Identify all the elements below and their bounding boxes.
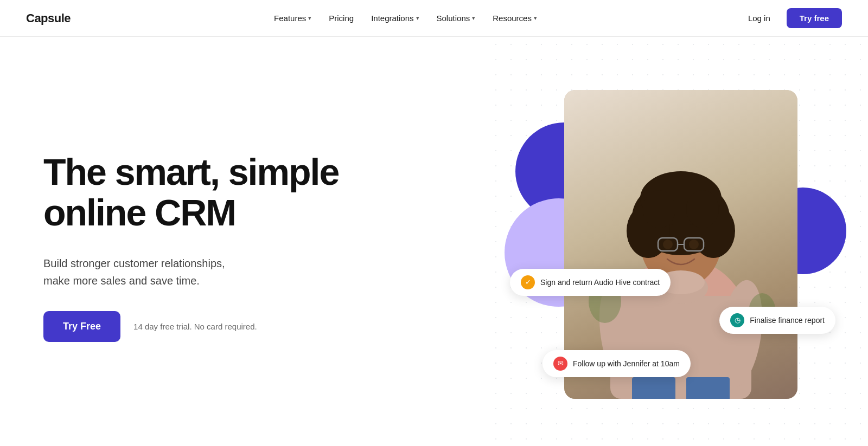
login-button[interactable]: Log in xyxy=(741,9,778,27)
hero-subtext: Build stronger customer relationships, m… xyxy=(43,255,339,289)
task-card-1: ✓ Sign and return Audio Hive contract xyxy=(510,269,671,296)
chevron-down-icon: ▾ xyxy=(308,15,311,22)
svg-point-13 xyxy=(689,240,699,249)
svg-point-12 xyxy=(663,240,673,249)
task-card-2-text: Finalise finance report xyxy=(750,316,825,325)
svg-point-7 xyxy=(643,190,675,228)
clock-icon: ◷ xyxy=(730,313,744,327)
svg-point-8 xyxy=(686,190,719,228)
hero-left: The smart, simple online CRM Build stron… xyxy=(43,152,339,342)
nav-integrations[interactable]: Integrations ▾ xyxy=(363,9,426,27)
hero-heading: The smart, simple online CRM xyxy=(43,152,339,233)
hero-section: The smart, simple online CRM Build stron… xyxy=(0,37,868,446)
task-card-3-text: Follow up with Jennifer at 10am xyxy=(573,359,680,368)
nav-links: Features ▾ Pricing Integrations ▾ Soluti… xyxy=(266,9,545,27)
trial-text: 14 day free trial. No card required. xyxy=(133,322,257,331)
hero-right: ✓ Sign and return Audio Hive contract ◷ … xyxy=(532,90,825,404)
svg-rect-20 xyxy=(686,377,730,399)
nav-try-free-button[interactable]: Try free xyxy=(787,8,842,28)
hero-cta-row: Try Free 14 day free trial. No card requ… xyxy=(43,311,339,342)
hero-try-free-button[interactable]: Try Free xyxy=(43,311,120,342)
navbar: Capsule Features ▾ Pricing Integrations … xyxy=(0,0,868,37)
logo[interactable]: Capsule xyxy=(26,11,71,25)
chevron-down-icon: ▾ xyxy=(472,15,475,22)
nav-pricing[interactable]: Pricing xyxy=(321,9,361,27)
svg-rect-19 xyxy=(632,377,675,399)
task-card-2: ◷ Finalise finance report xyxy=(719,307,835,334)
nav-resources[interactable]: Resources ▾ xyxy=(485,9,545,27)
email-icon: ✉ xyxy=(553,357,567,371)
checkmark-icon: ✓ xyxy=(521,275,535,289)
chevron-down-icon: ▾ xyxy=(534,15,537,22)
task-card-1-text: Sign and return Audio Hive contract xyxy=(540,278,660,287)
nav-right: Log in Try free xyxy=(741,8,842,28)
task-card-3: ✉ Follow up with Jennifer at 10am xyxy=(542,350,691,377)
nav-features[interactable]: Features ▾ xyxy=(266,9,319,27)
chevron-down-icon: ▾ xyxy=(416,15,419,22)
nav-solutions[interactable]: Solutions ▾ xyxy=(429,9,483,27)
